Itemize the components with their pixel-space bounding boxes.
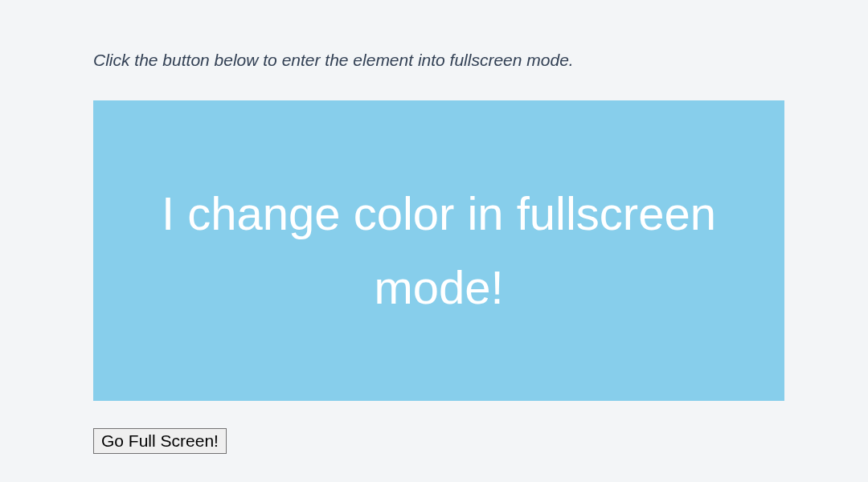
fullscreen-demo-box: I change color in fullscreen mode! [93,100,784,401]
button-row: Go Full Screen! [93,428,784,454]
demo-heading: I change color in fullscreen mode! [125,177,752,326]
instruction-text: Click the button below to enter the elem… [93,48,784,71]
go-fullscreen-button[interactable]: Go Full Screen! [93,428,227,454]
